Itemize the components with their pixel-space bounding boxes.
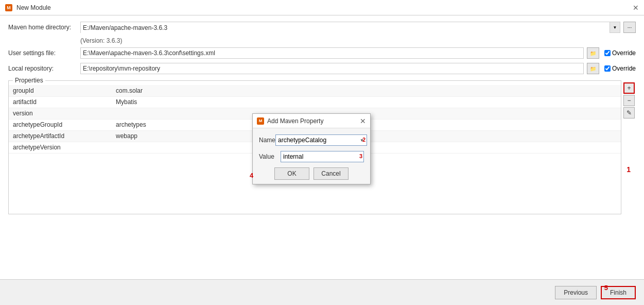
bottom-bar: 5 Previous Finish <box>0 279 644 305</box>
properties-legend: Properties <box>13 77 45 84</box>
maven-home-field: ▼ ··· <box>80 22 636 33</box>
modal-close-icon[interactable]: ✕ <box>360 117 366 125</box>
annotation-5: 5 <box>604 284 608 292</box>
annotation-2: 2 <box>362 137 365 143</box>
maven-version-text: (Version: 3.6.3) <box>80 37 636 44</box>
modal-value-input-wrapper[interactable]: 3 <box>281 151 364 162</box>
window-title: New Module <box>16 4 51 11</box>
modal-buttons: 4 OK Cancel <box>259 167 364 180</box>
user-settings-row: User settings file: 📁 Override <box>8 47 636 59</box>
user-settings-field: 📁 Override <box>80 47 636 59</box>
modal-title: Add Maven Property <box>267 117 323 125</box>
add-property-button[interactable]: + <box>623 82 635 94</box>
prop-key: archetypeArtifactId <box>9 130 112 142</box>
user-settings-override-label: Override <box>612 49 636 57</box>
user-settings-input[interactable] <box>80 47 584 59</box>
annotation-1: 1 <box>626 165 631 174</box>
modal-name-row: Name ▼ 2 <box>259 134 364 146</box>
table-row: groupId com.solar <box>9 85 621 96</box>
modal-icon: M <box>257 117 264 125</box>
local-repo-override-label: Override <box>612 65 636 72</box>
maven-home-dropdown[interactable]: ▼ <box>610 22 620 32</box>
maven-home-label: Maven home directory: <box>8 24 80 31</box>
local-repo-override-checkbox[interactable] <box>604 65 611 72</box>
close-icon[interactable]: ✕ <box>633 4 639 12</box>
maven-home-row: Maven home directory: ▼ ··· <box>8 22 636 33</box>
prop-key: version <box>9 108 112 119</box>
maven-home-input[interactable] <box>81 22 610 33</box>
annotation-3: 3 <box>359 153 362 159</box>
prop-value: com.solar <box>112 85 621 96</box>
prop-key: groupId <box>9 85 112 96</box>
module-icon: M <box>5 4 12 11</box>
modal-value-input[interactable] <box>281 153 363 160</box>
properties-sidebar: + − ✎ <box>622 80 636 214</box>
modal-title-left: M Add Maven Property <box>257 117 323 125</box>
modal-body: Name ▼ 2 Value 3 4 <box>253 128 370 184</box>
user-settings-override: Override <box>604 49 636 57</box>
remove-property-button[interactable]: − <box>623 95 635 106</box>
prop-key: archetypeVersion <box>9 142 112 153</box>
user-settings-browse-button[interactable]: 📁 <box>587 47 599 59</box>
user-settings-label: User settings file: <box>8 49 80 57</box>
local-repo-browse-button[interactable]: 📁 <box>587 63 599 74</box>
modal-ok-button[interactable]: OK <box>274 167 309 180</box>
main-window: M New Module ✕ Maven home directory: ▼ ·… <box>0 0 644 305</box>
local-repo-input[interactable] <box>80 63 584 74</box>
local-repo-row: Local repository: 📁 Override <box>8 63 636 74</box>
title-bar-left: M New Module <box>5 4 51 11</box>
previous-button[interactable]: Previous <box>555 286 597 299</box>
modal-cancel-button[interactable]: Cancel <box>314 167 349 180</box>
local-repo-label: Local repository: <box>8 65 80 72</box>
modal-title-bar: M Add Maven Property ✕ <box>253 114 370 128</box>
prop-key: archetypeGroupId <box>9 119 112 130</box>
maven-home-input-wrapper[interactable]: ▼ <box>80 22 620 33</box>
maven-home-browse-button[interactable]: ··· <box>623 22 636 33</box>
prop-value: Mybatis <box>112 96 621 108</box>
annotation-4: 4 <box>250 172 253 179</box>
add-maven-property-dialog: M Add Maven Property ✕ Name ▼ 2 <box>252 113 371 184</box>
modal-name-input-wrapper[interactable]: ▼ 2 <box>275 134 367 146</box>
modal-value-row: Value 3 <box>259 151 364 162</box>
user-settings-override-checkbox[interactable] <box>604 50 611 56</box>
title-bar: M New Module ✕ <box>0 0 644 15</box>
edit-property-button[interactable]: ✎ <box>623 107 635 118</box>
modal-value-label: Value <box>259 153 281 160</box>
local-repo-override: Override <box>604 65 636 72</box>
prop-key: artifactId <box>9 96 112 108</box>
local-repo-field: 📁 Override <box>80 63 636 74</box>
modal-name-label: Name <box>259 137 275 144</box>
table-row: artifactId Mybatis <box>9 96 621 108</box>
modal-name-input[interactable] <box>276 137 357 144</box>
